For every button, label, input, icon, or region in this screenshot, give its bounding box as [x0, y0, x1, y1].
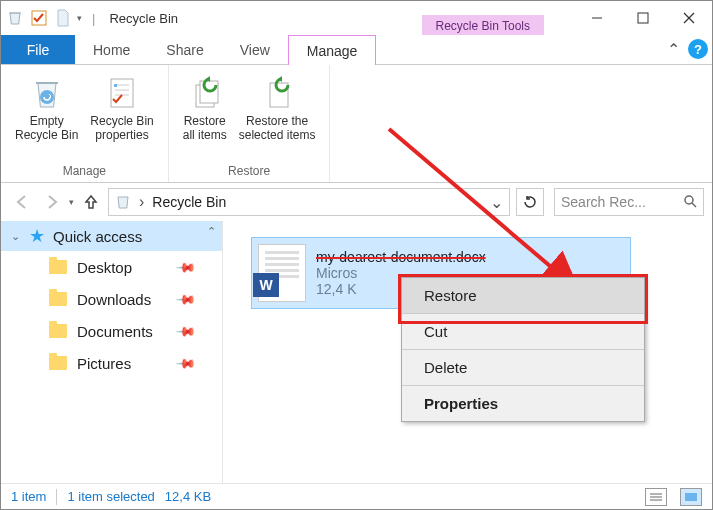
restore-all-button[interactable]: Restore all items [177, 69, 233, 162]
quick-access-toolbar: ▾ [1, 8, 86, 28]
folder-icon [49, 324, 67, 338]
restore-selected-icon [260, 73, 294, 113]
quick-access-label: Quick access [53, 228, 142, 245]
svg-rect-10 [114, 84, 117, 87]
history-dropdown-icon[interactable]: ▾ [69, 197, 74, 207]
ribbon-tabs: File Home Share View Manage ⌃ ? [1, 35, 712, 65]
tab-home[interactable]: Home [75, 35, 148, 64]
tab-manage[interactable]: Manage [288, 35, 377, 65]
sidebar-item-downloads[interactable]: Downloads 📌 [1, 283, 222, 315]
sidebar-item-documents[interactable]: Documents 📌 [1, 315, 222, 347]
up-button[interactable] [78, 189, 104, 215]
empty-recycle-bin-button[interactable]: Empty Recycle Bin [9, 69, 84, 162]
window-title: Recycle Bin [109, 11, 178, 26]
address-location[interactable]: Recycle Bin [152, 194, 226, 210]
document-icon[interactable] [53, 8, 73, 28]
maximize-button[interactable] [620, 3, 666, 33]
pin-icon: 📌 [175, 320, 197, 342]
help-button[interactable]: ? [688, 39, 708, 59]
folder-icon [49, 356, 67, 370]
sidebar-item-label: Desktop [77, 259, 132, 276]
navigation-bar: ▾ › Recycle Bin ⌄ Search Rec... [1, 183, 712, 221]
divider [56, 489, 57, 505]
title-bar: ▾ | Recycle Bin Recycle Bin Tools [1, 1, 712, 35]
sidebar-item-label: Pictures [77, 355, 131, 372]
minimize-button[interactable] [574, 3, 620, 33]
label-line2: Recycle Bin [15, 129, 78, 143]
group-label-manage: Manage [63, 162, 106, 182]
tab-share[interactable]: Share [148, 35, 221, 64]
svg-rect-2 [638, 13, 648, 23]
address-dropdown-icon[interactable]: ⌄ [490, 193, 503, 212]
ribbon: Empty Recycle Bin Recycle Bin properties… [1, 65, 712, 183]
restore-selected-button[interactable]: Restore the selected items [233, 69, 322, 162]
label-line2: selected items [239, 129, 316, 143]
svg-point-14 [685, 196, 693, 204]
word-badge: W [253, 273, 279, 297]
context-menu: Restore Cut Delete Properties [401, 277, 645, 422]
folder-icon [49, 260, 67, 274]
label-line2: all items [183, 129, 227, 143]
status-item-count: 1 item [11, 489, 46, 504]
word-document-icon: W [258, 244, 306, 302]
recycle-bin-icon [5, 8, 25, 28]
chevron-right-icon[interactable]: › [139, 193, 144, 211]
group-label-restore: Restore [228, 162, 270, 182]
collapse-ribbon-icon[interactable]: ⌃ [664, 40, 682, 58]
star-icon: ★ [29, 225, 45, 247]
address-bar[interactable]: › Recycle Bin ⌄ [108, 188, 510, 216]
sidebar-item-label: Documents [77, 323, 153, 340]
refresh-button[interactable] [516, 188, 544, 216]
sidebar-item-pictures[interactable]: Pictures 📌 [1, 347, 222, 379]
file-name: my-dearest-document.docx [316, 249, 486, 265]
label-line1: Recycle Bin [90, 115, 153, 129]
tab-view[interactable]: View [222, 35, 288, 64]
search-box[interactable]: Search Rec... [554, 188, 704, 216]
sidebar-item-label: Downloads [77, 291, 151, 308]
location-icon [115, 194, 131, 210]
forward-button[interactable] [39, 189, 65, 215]
status-selected-count: 1 item selected [67, 489, 154, 504]
tab-file[interactable]: File [1, 35, 75, 64]
restore-all-icon [188, 73, 222, 113]
recycle-bin-properties-button[interactable]: Recycle Bin properties [84, 69, 159, 162]
scroll-up-icon[interactable]: ⌃ [207, 225, 216, 238]
large-icons-view-button[interactable] [680, 488, 702, 506]
pin-icon: 📌 [175, 288, 197, 310]
ribbon-group-restore: Restore all items Restore the selected i… [169, 65, 331, 182]
checkmark-icon[interactable] [29, 8, 49, 28]
contextual-tools-label: Recycle Bin Tools [422, 15, 545, 35]
label-line2: properties [95, 129, 148, 143]
status-size: 12,4 KB [165, 489, 211, 504]
svg-rect-6 [111, 79, 133, 107]
context-menu-delete[interactable]: Delete [402, 350, 644, 386]
back-button[interactable] [9, 189, 35, 215]
qat-dropdown-icon[interactable]: ▾ [77, 13, 82, 23]
close-button[interactable] [666, 3, 712, 33]
label-line1: Restore the [246, 115, 308, 129]
label-line1: Empty [30, 115, 64, 129]
search-placeholder: Search Rec... [561, 194, 646, 210]
context-menu-properties[interactable]: Properties [402, 386, 644, 421]
search-icon [683, 194, 697, 211]
svg-rect-20 [685, 493, 697, 501]
context-menu-cut[interactable]: Cut [402, 314, 644, 350]
pin-icon: 📌 [175, 256, 197, 278]
details-view-button[interactable] [645, 488, 667, 506]
label-line1: Restore [184, 115, 226, 129]
svg-point-5 [40, 90, 54, 104]
svg-rect-13 [270, 83, 288, 107]
context-menu-restore[interactable]: Restore [402, 278, 644, 314]
properties-icon [105, 73, 139, 113]
expand-icon[interactable]: ⌄ [11, 230, 20, 243]
sidebar-quick-access[interactable]: ⌄ ★ Quick access [1, 221, 222, 251]
explorer-window: ▾ | Recycle Bin Recycle Bin Tools File H… [0, 0, 713, 510]
separator: | [92, 11, 95, 26]
svg-line-15 [692, 203, 696, 207]
ribbon-group-manage: Empty Recycle Bin Recycle Bin properties… [1, 65, 169, 182]
status-bar: 1 item 1 item selected 12,4 KB [1, 483, 712, 509]
navigation-pane: ⌃ ⌄ ★ Quick access Desktop 📌 Downloads 📌… [1, 221, 223, 483]
sidebar-item-desktop[interactable]: Desktop 📌 [1, 251, 222, 283]
pin-icon: 📌 [175, 352, 197, 374]
empty-bin-icon [30, 73, 64, 113]
